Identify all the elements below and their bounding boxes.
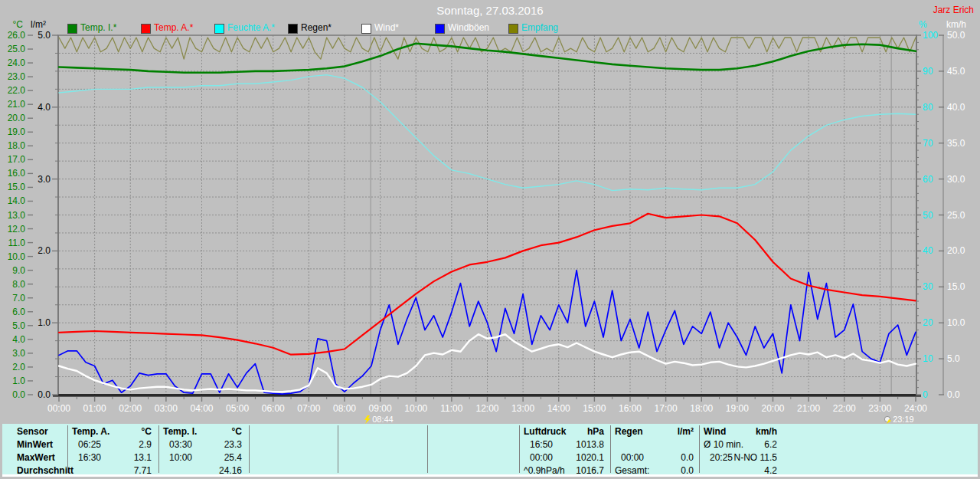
kmh-tick-label: 15.0	[947, 282, 973, 291]
celsius-tick-label: 4.0	[0, 335, 25, 344]
celsius-tick-label: 0.0	[0, 390, 25, 399]
kmh-tick-label: 25.0	[947, 211, 973, 220]
percent-tick-label: 40	[923, 246, 946, 255]
stats-row-label: Sensor	[17, 426, 48, 437]
celsius-tick-label: 12.0	[0, 225, 25, 234]
percent-tick-label: 0	[923, 390, 946, 399]
lm2-tick-label: 1.0	[28, 318, 51, 327]
kmh-tick-label: 40.0	[947, 103, 973, 112]
lm2-tick-label: 2.0	[28, 246, 51, 255]
stats-group-unit: °C	[169, 426, 242, 437]
celsius-tick-label: 6.0	[0, 307, 25, 317]
hour-label: 19:00	[722, 404, 753, 413]
hour-label: 03:00	[151, 404, 181, 413]
moon-marker-icon	[884, 414, 892, 423]
hour-label: 09:00	[365, 404, 396, 413]
stats-row-label: MaxWert	[17, 452, 55, 463]
stats-cell-value: 1013.8	[531, 439, 604, 450]
hour-label: 02:00	[115, 404, 145, 413]
percent-tick-label: 90	[923, 67, 946, 76]
stats-cell-value: 0.0	[621, 452, 694, 463]
stats-cell-value: 1020.1	[531, 452, 604, 463]
lm2-tick-label: 4.0	[28, 103, 51, 112]
hour-label: 24:00	[900, 404, 931, 413]
celsius-tick-label: 1.0	[0, 376, 25, 385]
hour-label: 01:00	[80, 404, 110, 413]
stats-cell-value: N-NO 11.5	[704, 452, 777, 463]
stats-cell-value: 6.2	[704, 439, 777, 450]
celsius-tick-label: 13.0	[0, 211, 25, 220]
marker-time-label: 08:44	[372, 415, 403, 424]
celsius-tick-label: 24.0	[0, 58, 25, 67]
hour-label: 14:00	[544, 404, 574, 413]
celsius-tick-label: 22.0	[0, 86, 25, 95]
hour-label: 17:00	[651, 404, 681, 413]
stats-cell-value: 1016.7	[531, 465, 604, 476]
celsius-tick-label: 7.0	[0, 294, 25, 303]
kmh-tick-label: 0.0	[947, 390, 973, 399]
labels-layer: 26.025.024.023.022.021.020.019.018.017.0…	[0, 0, 980, 479]
kmh-tick-label: 45.0	[947, 67, 973, 76]
stats-cell-value: 24.16	[169, 465, 242, 476]
stats-column-separator	[519, 425, 520, 473]
sun-marker-icon	[364, 414, 371, 423]
celsius-tick-label: 21.0	[0, 100, 25, 109]
celsius-tick-label: 23.0	[0, 72, 25, 81]
stats-column-separator	[158, 425, 159, 473]
hour-label: 16:00	[615, 404, 645, 413]
percent-tick-label: 10	[923, 354, 946, 363]
stats-cell-value: 4.2	[704, 465, 777, 476]
kmh-tick-label: 30.0	[947, 175, 973, 184]
stats-cell-value: 25.4	[169, 452, 242, 463]
marker-time-label: 23:19	[893, 415, 923, 424]
celsius-tick-label: 26.0	[0, 31, 25, 40]
hour-label: 10:00	[400, 404, 431, 413]
hour-label: 07:00	[293, 404, 324, 413]
celsius-tick-label: 19.0	[0, 127, 25, 136]
percent-tick-label: 20	[923, 318, 946, 327]
celsius-tick-label: 15.0	[0, 182, 25, 192]
celsius-tick-label: 25.0	[0, 44, 25, 54]
weather-station-day-chart: Sonntag, 27.03.2016 Jarz Erich °C l/m² %…	[0, 0, 980, 479]
stats-cell-value: 23.3	[169, 439, 242, 450]
hour-label: 11:00	[436, 404, 467, 413]
hour-label: 00:00	[44, 404, 74, 413]
lm2-tick-label: 0.0	[28, 390, 51, 399]
percent-tick-label: 70	[923, 139, 946, 148]
hour-label: 23:00	[864, 404, 895, 413]
celsius-tick-label: 2.0	[0, 363, 25, 372]
stats-group-unit: °C	[79, 426, 152, 437]
hour-label: 21:00	[793, 404, 824, 413]
kmh-tick-label: 10.0	[947, 318, 973, 327]
celsius-tick-label: 20.0	[0, 113, 25, 123]
hour-label: 15:00	[579, 404, 609, 413]
stats-cell-value: 2.9	[79, 439, 152, 450]
stats-row-label: MinWert	[17, 439, 53, 450]
celsius-tick-label: 8.0	[0, 280, 25, 289]
celsius-tick-label: 3.0	[0, 349, 25, 358]
celsius-tick-label: 5.0	[0, 321, 25, 330]
hour-label: 20:00	[758, 404, 789, 413]
celsius-tick-label: 10.0	[0, 252, 25, 261]
stats-column-separator	[67, 425, 68, 473]
hour-label: 04:00	[187, 404, 217, 413]
stats-cell-value: 13.1	[79, 452, 152, 463]
hour-label: 06:00	[258, 404, 289, 413]
stats-cell-value: 7.71	[79, 465, 152, 476]
stats-group-unit: hPa	[531, 426, 604, 437]
kmh-tick-label: 35.0	[947, 139, 973, 148]
stats-column-separator	[338, 425, 338, 473]
kmh-tick-label: 20.0	[947, 246, 973, 255]
stats-column-separator	[249, 425, 250, 473]
celsius-tick-label: 11.0	[0, 238, 25, 248]
hour-label: 05:00	[222, 404, 253, 413]
hour-label: 12:00	[472, 404, 503, 413]
percent-tick-label: 80	[923, 103, 946, 112]
celsius-tick-label: 14.0	[0, 196, 25, 205]
celsius-tick-label: 17.0	[0, 155, 25, 164]
hour-label: 18:00	[686, 404, 717, 413]
percent-tick-label: 60	[923, 175, 946, 184]
hour-label: 22:00	[829, 404, 860, 413]
stats-column-separator	[610, 425, 611, 473]
stats-column-separator	[427, 425, 428, 473]
